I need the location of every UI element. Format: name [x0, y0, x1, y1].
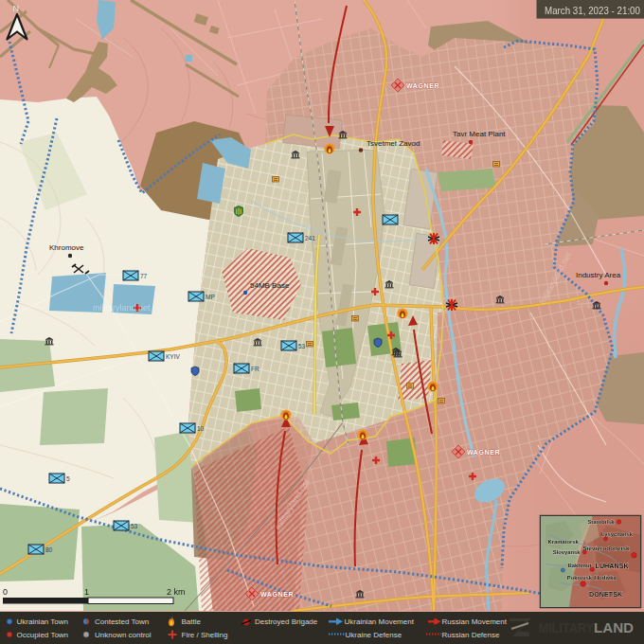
svg-text:WAGNER: WAGNER	[467, 449, 500, 456]
svg-text:Russian Defense: Russian Defense	[442, 631, 500, 639]
svg-text:Lysychansk: Lysychansk	[601, 531, 634, 537]
svg-text:Pokrovsk: Pokrovsk	[567, 575, 593, 581]
svg-text:Occupied Town: Occupied Town	[17, 631, 69, 639]
svg-text:2 km: 2 km	[167, 587, 186, 597]
svg-text:LUHANSK: LUHANSK	[596, 562, 630, 570]
svg-text:militaryland.net: militaryland.net	[93, 303, 151, 313]
svg-text:Ukrainian Town: Ukrainian Town	[17, 617, 69, 626]
svg-text:Sievierodonetsk: Sievierodonetsk	[583, 546, 631, 551]
svg-text:80: 80	[45, 546, 53, 553]
svg-text:WAGNER: WAGNER	[406, 82, 439, 89]
svg-text:N: N	[13, 4, 20, 13]
svg-text:Battle: Battle	[182, 617, 202, 626]
svg-text:Russian Movement: Russian Movement	[442, 617, 508, 626]
svg-text:54MB Base: 54MB Base	[250, 281, 290, 290]
svg-text:WAGNER: WAGNER	[260, 591, 294, 598]
svg-text:MP: MP	[206, 294, 215, 300]
svg-text:Khromove: Khromove	[49, 243, 84, 252]
svg-text:53: 53	[131, 523, 138, 529]
svg-text:DONETSK: DONETSK	[589, 590, 623, 599]
svg-text:Destroyed Brigade: Destroyed Brigade	[255, 617, 318, 626]
svg-text:Ukraine Defense: Ukraine Defense	[346, 631, 402, 639]
svg-text:Slovyansk: Slovyansk	[553, 549, 581, 555]
svg-text:241: 241	[305, 235, 315, 242]
svg-text:Tsvetmet Zavod: Tsvetmet Zavod	[367, 139, 420, 148]
svg-text:FR: FR	[251, 366, 259, 372]
svg-text:0: 0	[3, 587, 8, 597]
svg-text:Starobilsk: Starobilsk	[588, 519, 616, 525]
svg-text:Industry Area: Industry Area	[576, 271, 621, 279]
svg-text:March 31, 2023 - 21:00: March 31, 2023 - 21:00	[545, 5, 640, 16]
svg-text:MILITARY: MILITARY	[539, 620, 595, 635]
svg-text:77: 77	[140, 273, 148, 279]
svg-text:Contested Town: Contested Town	[95, 617, 149, 626]
svg-text:5: 5	[66, 475, 70, 482]
svg-text:Horlivka: Horlivka	[595, 575, 617, 581]
svg-text:KYIV: KYIV	[166, 353, 180, 360]
svg-text:Unknown control: Unknown control	[95, 631, 152, 639]
svg-text:Fire / Shelling: Fire / Shelling	[182, 631, 228, 639]
svg-text:Tavr Meat Plant: Tavr Meat Plant	[453, 130, 506, 138]
svg-text:LAND: LAND	[594, 620, 634, 635]
svg-text:Kramatorsk: Kramatorsk	[548, 539, 580, 545]
svg-text:1: 1	[84, 587, 89, 597]
svg-text:10: 10	[197, 425, 205, 432]
svg-text:Ukrainian Movement: Ukrainian Movement	[345, 617, 415, 626]
svg-text:53: 53	[298, 343, 306, 349]
svg-text:Bakhmut: Bakhmut	[568, 563, 592, 568]
